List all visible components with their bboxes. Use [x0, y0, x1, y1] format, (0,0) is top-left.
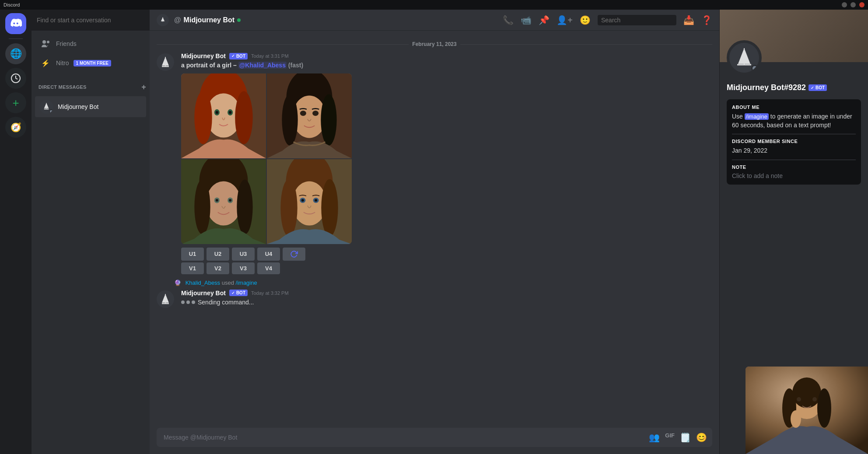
minimize-button[interactable]	[842, 2, 847, 7]
close-button[interactable]	[859, 2, 864, 7]
avatar	[157, 290, 174, 308]
video-thumbnail	[746, 367, 868, 454]
status-indicator	[751, 65, 758, 72]
u4-button[interactable]: U4	[257, 248, 280, 261]
chat-input-box: 👥 GIF 🗒️ 😊	[157, 428, 712, 447]
sidebar-item-friends[interactable]: Friends	[35, 34, 146, 53]
system-command[interactable]: /imagine	[236, 279, 257, 286]
sidebar: Friends ⚡ Nitro 1 MONTH FREE DIRECT MESS…	[32, 10, 150, 454]
globe-icon[interactable]: 🌐	[5, 43, 26, 64]
svg-point-55	[817, 388, 831, 428]
search-input[interactable]	[37, 17, 144, 24]
add-dm-button[interactable]: +	[141, 83, 146, 91]
dm-section-label: DIRECT MESSAGES +	[38, 83, 146, 91]
video-face	[746, 367, 868, 454]
system-user[interactable]: Khalid_Abess	[186, 279, 220, 286]
add-server-icon[interactable]: +	[5, 92, 26, 113]
bot-header-icon	[157, 14, 169, 26]
search-bar[interactable]	[32, 10, 150, 31]
discord-home-icon[interactable]	[5, 13, 26, 34]
note-title: NOTE	[732, 164, 856, 170]
action-buttons-row1: U1 U2 U3 U4	[181, 248, 712, 261]
video-icon[interactable]: 📹	[521, 15, 532, 25]
v4-button[interactable]: V4	[257, 262, 280, 274]
avatar	[157, 53, 174, 71]
message-header: Midjourney Bot ✓ BOT Today at 3:32 PM	[181, 290, 712, 297]
chat-input[interactable]	[162, 430, 649, 445]
help-icon[interactable]: ❓	[701, 15, 712, 25]
note-field[interactable]: Click to add a note	[732, 172, 856, 179]
about-highlight: /imagine	[745, 113, 769, 120]
nitro-icon: ⚡	[39, 57, 52, 69]
v2-button[interactable]: V2	[206, 262, 229, 274]
title-bar-controls	[842, 2, 864, 7]
message-content: Midjourney Bot ✓ BOT Today at 3:31 PM a …	[181, 52, 712, 276]
svg-point-44	[315, 199, 317, 202]
openai-icon[interactable]	[5, 68, 26, 89]
member-since-section: DISCORD MEMBER SINCE Jan 29, 2022	[732, 139, 856, 155]
explore-icon[interactable]: 🧭	[5, 117, 26, 138]
message-item: Midjourney Bot ✓ BOT Today at 3:31 PM a …	[150, 51, 719, 278]
svg-point-53	[792, 377, 821, 408]
svg-point-24	[321, 94, 336, 145]
u2-button[interactable]: U2	[206, 248, 229, 261]
profile-info: Midjourney Bot#9282 ✓ BOT	[720, 80, 868, 99]
message-author: Midjourney Bot	[181, 290, 226, 297]
divider	[732, 134, 856, 134]
sidebar-item-midjourney[interactable]: Midjourney Bot	[35, 96, 146, 117]
u1-button[interactable]: U1	[181, 248, 204, 261]
svg-point-14	[194, 91, 212, 144]
dot-3	[192, 300, 195, 304]
emoji-people-icon[interactable]: 👥	[649, 432, 660, 443]
profile-icon[interactable]: 🙂	[580, 15, 591, 25]
header-actions: 📞 📹 📌 👤+ 🙂 📥 ❓	[503, 15, 712, 25]
svg-point-23	[282, 94, 298, 145]
dm-name-midjourney: Midjourney Bot	[58, 103, 98, 110]
image-cell-3[interactable]	[181, 159, 266, 244]
image-cell-4[interactable]	[267, 159, 352, 244]
add-member-icon[interactable]: 👤+	[556, 15, 573, 25]
date-divider: February 11, 2023	[150, 38, 719, 51]
svg-point-25	[300, 110, 306, 115]
svg-point-26	[312, 110, 318, 115]
dm-section-header: DIRECT MESSAGES +	[32, 76, 150, 93]
at-symbol: @	[174, 16, 181, 24]
online-dot	[237, 18, 241, 22]
sidebar-item-nitro[interactable]: ⚡ Nitro 1 MONTH FREE	[35, 53, 146, 73]
pin-icon[interactable]: 📌	[539, 15, 550, 25]
image-cell-1[interactable]	[181, 73, 266, 158]
call-icon[interactable]: 📞	[503, 15, 514, 25]
about-section: ABOUT ME Use /imagine to generate an ima…	[732, 105, 856, 129]
emoji-icon[interactable]: 😊	[696, 432, 707, 443]
gif-icon[interactable]: GIF	[665, 432, 675, 443]
svg-point-31	[237, 179, 252, 234]
avatar	[39, 100, 53, 114]
about-title: ABOUT ME	[732, 105, 856, 110]
note-section: NOTE Click to add a note	[732, 164, 856, 179]
bot-badge: ✓ BOT	[229, 290, 248, 296]
v3-button[interactable]: V3	[232, 262, 255, 274]
svg-point-56	[797, 397, 801, 402]
image-cell-2[interactable]	[267, 73, 352, 158]
maximize-button[interactable]	[850, 2, 856, 7]
profile-avatar	[727, 40, 762, 75]
message-author: Midjourney Bot	[181, 52, 226, 59]
inbox-icon[interactable]: 📥	[683, 15, 694, 25]
title-bar-title: Discord	[4, 2, 20, 7]
app-container: 🌐 + 🧭 Friends ⚡ Nitro 1 MONTH FREE	[0, 10, 868, 454]
search-input-header[interactable]	[598, 15, 676, 25]
refresh-button[interactable]	[283, 248, 305, 261]
sending-dots	[181, 300, 195, 304]
svg-point-29	[206, 181, 242, 225]
v1-button[interactable]: V1	[181, 262, 204, 274]
friends-icon	[39, 38, 52, 50]
u3-button[interactable]: U3	[232, 248, 255, 261]
svg-point-43	[301, 199, 304, 202]
svg-point-19	[229, 111, 231, 114]
chat-header: @ Midjourney Bot 📞 📹 📌 👤+ 🙂 📥 ❓	[150, 10, 719, 31]
sticker-icon[interactable]: 🗒️	[680, 432, 691, 443]
sending-message: Sending command...	[181, 298, 712, 307]
dot-2	[186, 300, 190, 304]
chat-messages: February 11, 2023 Midjourney Bot	[150, 31, 719, 428]
svg-point-18	[216, 111, 218, 114]
